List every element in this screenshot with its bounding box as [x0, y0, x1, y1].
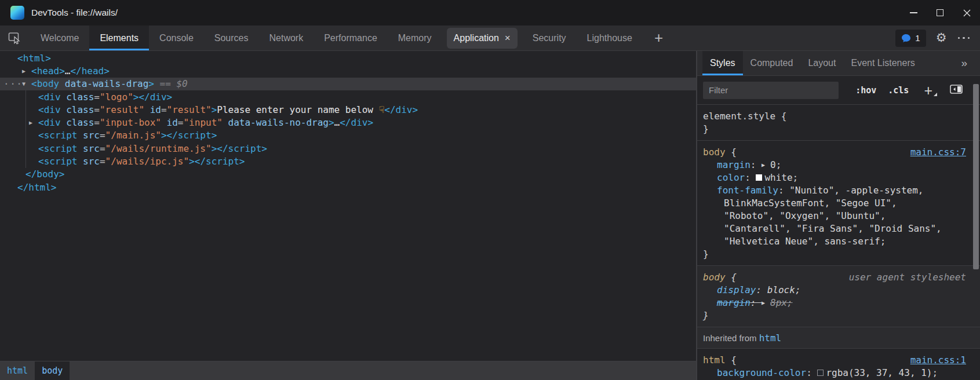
css-rule-line[interactable]: font-family: "Nunito", -apple-system, [703, 184, 966, 196]
user-agent-rule-section: body {user agent stylesheetdisplay: bloc… [697, 266, 980, 327]
dom-tree-row[interactable]: <script src="/main.js"></script> [0, 129, 696, 142]
tab-welcome[interactable]: Welcome [30, 25, 89, 50]
tab-memory[interactable]: Memory [388, 25, 442, 50]
css-rules-list: element.style {} body {main.css:7margin:… [697, 105, 980, 380]
token-sel: body [703, 272, 726, 283]
css-rule-line[interactable]: margin: ▶8px; [703, 296, 966, 309]
dom-tree-row[interactable]: ▶<head>…</head> [0, 64, 696, 77]
breadcrumb-body[interactable]: body [35, 361, 70, 380]
new-style-rule-button[interactable]: + [924, 85, 932, 96]
css-rule-line[interactable]: "Cantarell", "Fira Sans", "Droid Sans", [703, 222, 966, 235]
tab-event-listeners[interactable]: Event Listeners [843, 51, 922, 75]
dom-tree-row[interactable]: ▶<div class="input-box" id="input" data-… [0, 116, 696, 129]
token-tag: <body [31, 78, 59, 89]
inherited-header-line[interactable]: Inherited from html [703, 331, 966, 344]
css-rule-line[interactable]: element.style { [703, 109, 966, 122]
dom-tree-row[interactable]: <script src="/wails/ipc.js"></script> [0, 155, 696, 167]
css-rule-line[interactable]: BlinkMacSystemFont, "Segoe UI", [703, 196, 966, 209]
css-rule-line[interactable]: body {main.css:7 [703, 145, 966, 158]
token-attr: src [77, 130, 100, 141]
token-tri: ▶ [762, 299, 770, 306]
devtools-tab-bar: Welcome Elements Console Sources Network… [0, 25, 980, 51]
settings-gear-icon[interactable]: ⚙ [936, 32, 947, 44]
minimize-button[interactable] [900, 0, 927, 25]
tab-application[interactable]: Application × [447, 25, 518, 50]
token-txt: … [334, 117, 340, 128]
token-cval: rgba(33, 37, 43, 1) [826, 367, 932, 378]
close-button[interactable] [953, 0, 980, 25]
token-tag: <div [38, 92, 61, 103]
token-tag: <script [38, 156, 77, 167]
toggle-computed-sidebar-button[interactable] [950, 85, 963, 96]
feedback-badge-button[interactable]: 1 [895, 30, 926, 47]
token-tag: <html> [17, 53, 51, 64]
css-rule-line[interactable]: margin: ▶0; [703, 158, 966, 171]
edge-devtools-logo-icon [10, 6, 24, 20]
token-sel: html [703, 355, 726, 366]
toggle-element-state-button[interactable]: :hov [855, 85, 876, 96]
token-punc: ; [932, 367, 938, 378]
token-punc: { [726, 147, 737, 158]
dom-tree-row[interactable]: <html> [0, 52, 696, 64]
breadcrumb-html[interactable]: html [0, 361, 35, 380]
dom-tree-row[interactable]: </body> [0, 168, 696, 181]
tab-performance-real[interactable]: Performance [314, 25, 388, 50]
tab-elements[interactable]: Elements [89, 25, 149, 50]
css-rule-line[interactable]: color: white; [703, 171, 966, 184]
more-tools-button[interactable]: + [646, 25, 671, 50]
token-punc: ; [793, 172, 799, 183]
token-attr: class [61, 104, 94, 115]
tab-sources[interactable]: Sources [204, 25, 259, 50]
tab-security[interactable]: Security [522, 25, 577, 50]
css-rule-line[interactable]: "Helvetica Neue", sans-serif; [703, 235, 966, 247]
more-tabs-chevron-icon[interactable]: » [961, 57, 967, 70]
tab-lighthouse[interactable]: Lighthouse [577, 25, 643, 50]
token-link[interactable]: main.css:1 [910, 355, 966, 366]
more-options-icon[interactable] [957, 35, 971, 42]
dom-tree-row[interactable]: <div class="logo"></div> [0, 90, 696, 103]
styles-toolbar: :hov .cls + [697, 76, 980, 105]
dom-tree-row[interactable]: </html> [0, 181, 696, 193]
tab-layout[interactable]: Layout [800, 51, 843, 75]
dom-tree-row[interactable]: <script src="/wails/runtime.js"></script… [0, 142, 696, 155]
inherited-from-header: Inherited from html [697, 327, 980, 349]
close-tab-icon[interactable]: × [505, 33, 511, 43]
tab-console[interactable]: Console [149, 25, 204, 50]
styles-filter-input[interactable] [703, 82, 839, 99]
tab-computed[interactable]: Computed [743, 51, 801, 75]
token-cval: "Roboto", "Oxygen", "Ubuntu", [724, 210, 886, 221]
body-rule-section: body {main.css:7margin: ▶0;color: white;… [697, 141, 980, 266]
token-punc: ; [776, 159, 782, 170]
element-classes-button[interactable]: .cls [888, 85, 909, 96]
token-txt: Please enter your name below [217, 104, 378, 115]
token-punc: ; [795, 284, 801, 295]
token-punc: { [726, 272, 737, 283]
css-rule-line[interactable]: "Roboto", "Oxygen", "Ubuntu", [703, 209, 966, 222]
css-rule-line[interactable]: background-color: rgba(33, 37, 43, 1); [703, 366, 966, 379]
css-rule-line[interactable]: } [703, 309, 966, 321]
css-rule-line[interactable]: body {user agent stylesheet [703, 271, 966, 283]
dom-tree-row[interactable]: <div class="result" id="result">Please e… [0, 103, 696, 116]
styles-scrollbar-thumb[interactable] [973, 84, 979, 269]
panel-toggle-icon [950, 85, 963, 94]
close-icon [963, 9, 971, 17]
inspect-element-button[interactable] [0, 25, 30, 50]
token-hlink[interactable]: html [759, 332, 782, 344]
inspect-icon [8, 32, 22, 45]
token-punc: : [778, 185, 789, 196]
token-esel: element.style [703, 111, 775, 122]
tab-performance[interactable]: Network [259, 25, 314, 50]
css-rule-line[interactable]: } [703, 247, 966, 260]
dom-tree: <html>▶<head>…</head>···▼<body data-wail… [0, 51, 696, 193]
dom-tree-row[interactable]: ···▼<body data-wails-drag> == $0 [0, 78, 696, 90]
token-tri: ▶ [762, 162, 770, 168]
token-propS: margin [717, 297, 751, 308]
maximize-button[interactable] [927, 0, 953, 25]
css-rule-line[interactable]: display: block; [703, 283, 966, 296]
css-rule-line[interactable]: html {main.css:1 [703, 353, 966, 366]
token-link[interactable]: main.css:7 [910, 147, 966, 158]
css-rule-line[interactable]: } [703, 122, 966, 135]
tab-styles[interactable]: Styles [702, 51, 743, 75]
token-tag: <div [38, 104, 61, 115]
element-style-section: element.style {} [697, 105, 980, 141]
